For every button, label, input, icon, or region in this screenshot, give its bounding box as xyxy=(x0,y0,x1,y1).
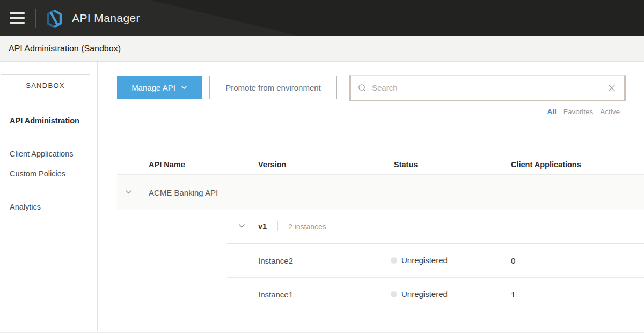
search-box xyxy=(349,75,626,101)
table-row-instance: Instance1 Unregistered 1 xyxy=(117,278,644,311)
manage-api-label: Manage API xyxy=(131,83,175,92)
anypoint-logo-icon[interactable] xyxy=(45,9,63,31)
column-header-version: Version xyxy=(258,160,286,169)
status-cell: Unregistered xyxy=(391,256,448,265)
environment-selector[interactable]: SANDBOX xyxy=(1,74,90,96)
column-header-client-applications: Client Applications xyxy=(511,160,581,169)
collapse-version-chevron-icon[interactable] xyxy=(238,224,245,228)
table-row-instance: Instance2 Unregistered 0 xyxy=(117,244,644,278)
version-name[interactable]: v1 xyxy=(258,222,267,230)
column-header-status: Status xyxy=(394,160,418,169)
filter-favorites[interactable]: Favorites xyxy=(564,108,594,116)
sidebar-item-custom-policies[interactable]: Custom Policies xyxy=(10,169,65,178)
instance-name-link[interactable]: Instance1 xyxy=(258,290,293,299)
status-cell: Unregistered xyxy=(391,289,448,299)
status-dot-icon xyxy=(391,257,397,264)
environment-label: SANDBOX xyxy=(26,81,65,90)
status-label: Unregistered xyxy=(401,256,448,265)
hamburger-menu-icon[interactable] xyxy=(10,12,25,24)
sidebar-item-client-applications[interactable]: Client Applications xyxy=(10,150,74,158)
instances-count-label: 2 instances xyxy=(288,222,326,231)
search-input[interactable] xyxy=(371,83,607,93)
app-header: API Manager xyxy=(0,0,644,36)
filter-links: All Favorites Active xyxy=(547,108,620,116)
sidebar-item-analytics[interactable]: Analytics xyxy=(10,203,41,211)
column-header-api-name: API Name xyxy=(149,160,185,169)
status-dot-icon xyxy=(391,291,397,297)
clear-search-icon[interactable] xyxy=(607,83,617,93)
filter-active[interactable]: Active xyxy=(600,108,620,116)
search-icon xyxy=(358,84,367,92)
sidebar-divider xyxy=(97,62,98,331)
chevron-down-icon xyxy=(181,85,187,90)
sidebar-item-api-administration[interactable]: API Administration xyxy=(10,116,79,125)
app-title: API Manager xyxy=(72,0,140,36)
instance-name-link[interactable]: Instance2 xyxy=(258,256,293,265)
table-row-version-group: v1 2 instances xyxy=(117,211,644,244)
version-separator xyxy=(277,221,278,231)
breadcrumb: API Administration (Sandbox) xyxy=(9,36,121,61)
breadcrumb-bar: API Administration (Sandbox) xyxy=(0,36,644,62)
manage-api-button[interactable]: Manage API xyxy=(117,76,202,99)
api-name-link[interactable]: ACME Banking API xyxy=(149,188,218,197)
page-bottom-border xyxy=(0,332,644,333)
filter-all[interactable]: All xyxy=(547,108,556,116)
status-label: Unregistered xyxy=(401,289,448,299)
collapse-api-chevron-icon[interactable] xyxy=(125,190,132,194)
table-row-api-group: ACME Banking API xyxy=(117,175,644,210)
client-applications-count: 0 xyxy=(511,256,515,265)
promote-from-environment-button[interactable]: Promote from environment xyxy=(209,76,337,99)
promote-label: Promote from environment xyxy=(225,83,321,92)
header-divider xyxy=(35,9,36,28)
client-applications-count: 1 xyxy=(511,290,515,299)
